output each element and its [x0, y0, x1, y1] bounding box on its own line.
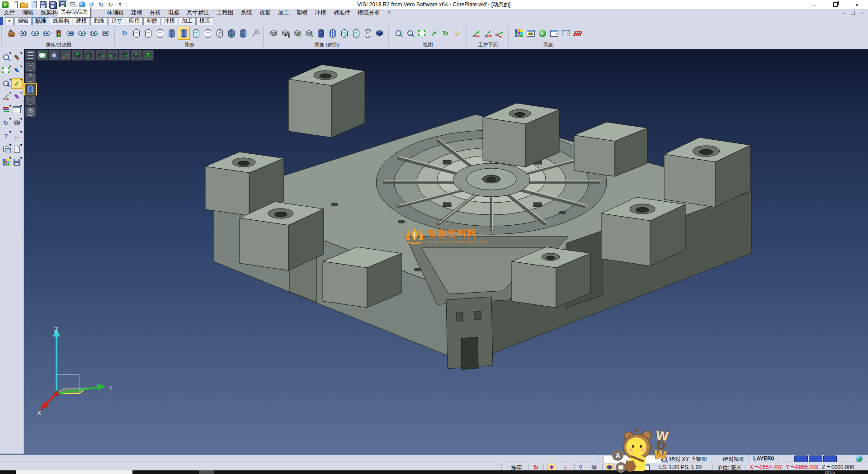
filter-traffic-button[interactable]	[53, 27, 64, 39]
drag-handle[interactable]	[501, 464, 504, 470]
hide-remove-button[interactable]: −	[41, 27, 52, 39]
layer-label[interactable]: LAYER0	[753, 455, 774, 462]
grid-settings-button[interactable]	[572, 27, 583, 39]
rotate-view-button[interactable]: ↻	[440, 27, 451, 39]
menu-body-edit[interactable]: 体编辑	[104, 9, 128, 17]
send-parts-icon[interactable]: →	[590, 464, 598, 470]
attribute-paint-button[interactable]	[6, 27, 17, 39]
zoom-select-button[interactable]	[1, 52, 11, 62]
help-icon[interactable]: ?	[576, 464, 585, 470]
solid-display-button[interactable]	[315, 27, 326, 39]
repeat-command-button[interactable]: ↻	[106, 1, 115, 9]
minimize-button[interactable]: –	[803, 0, 825, 9]
viewport-layout-button[interactable]	[12, 105, 22, 114]
tab-dropdown-button[interactable]: ▾	[5, 17, 14, 25]
system-config-button[interactable]: ×	[537, 27, 548, 39]
menu-window[interactable]: 视窗	[256, 9, 274, 17]
absolute-view-label[interactable]: 绝对视图	[723, 455, 745, 463]
query-button[interactable]: ?	[1, 131, 11, 141]
menu-flow-analysis[interactable]: 模流分析	[354, 9, 384, 17]
taskbar-app-segment[interactable]	[199, 470, 214, 474]
render-wireframe-button[interactable]	[25, 61, 36, 72]
taskbar-search-segment[interactable]	[16, 470, 132, 474]
app-logo-icon[interactable]: V	[1, 1, 9, 9]
zoom-window-button[interactable]	[416, 27, 428, 39]
menu-system[interactable]: 系统	[237, 9, 256, 17]
image-filter-button[interactable]	[280, 27, 291, 39]
zoom-toggle-button[interactable]: ±	[1, 79, 11, 88]
hatch-display-button[interactable]	[362, 27, 373, 39]
menu-help[interactable]: ?	[384, 10, 394, 16]
color-palette-button[interactable]	[513, 27, 524, 39]
ghost-mode-button[interactable]	[202, 27, 213, 39]
doc-minimize-icon[interactable]: –	[843, 10, 845, 15]
render-shaded-button[interactable]	[25, 84, 36, 95]
clipboard-button[interactable]	[12, 144, 22, 154]
menu-edit[interactable]: 编辑	[19, 9, 37, 17]
image-toggle-button[interactable]: ±	[303, 27, 315, 39]
menu-analysis[interactable]: 分析	[146, 9, 165, 17]
quick-save-button[interactable]	[12, 157, 22, 167]
tab-application[interactable]: 应用	[126, 17, 143, 25]
palette-button[interactable]	[1, 157, 11, 167]
ucs-button[interactable]	[1, 92, 11, 101]
layers-button[interactable]	[1, 144, 11, 154]
open-file-button[interactable]	[20, 1, 28, 9]
view-bottom-button[interactable]	[84, 50, 95, 61]
toolbar-options-button[interactable]: ▾	[116, 1, 124, 9]
view-left-button[interactable]	[95, 50, 107, 61]
save-button[interactable]	[39, 1, 47, 9]
doc-restore-icon[interactable]	[851, 11, 855, 15]
solid-cube-button[interactable]	[374, 27, 385, 39]
render-quality-button[interactable]: ↻	[226, 27, 237, 39]
pan-button[interactable]: ↗	[428, 27, 439, 39]
drag-handle[interactable]	[598, 455, 600, 461]
restore-button[interactable]	[825, 0, 846, 9]
zoom-extents-button[interactable]: ↔	[405, 27, 416, 39]
selection-frame-button[interactable]	[1, 66, 11, 75]
menu-dimensioning[interactable]: 尺寸标注	[183, 9, 213, 17]
view-top-button[interactable]	[72, 50, 83, 61]
dashed-hidden-mode-button[interactable]	[154, 27, 165, 39]
tab-flow[interactable]: 模流	[196, 17, 213, 25]
toggle-visibility-button[interactable]: ±	[76, 27, 88, 39]
menu-standard-parts[interactable]: 标准件	[330, 9, 354, 17]
tab-progress[interactable]: 冲模	[161, 17, 178, 25]
hidden-line-mode-button[interactable]	[142, 27, 154, 39]
globe-icon[interactable]	[855, 455, 863, 462]
view-iso-button[interactable]	[142, 50, 154, 61]
insert-file-button[interactable]	[29, 1, 38, 9]
solid-view-button[interactable]	[12, 118, 22, 128]
viewport-3d[interactable]: Z Y X 智造资料网 INTELLIGENT MANUFACTURING DA…	[24, 49, 868, 454]
workplane-entity-button[interactable]	[482, 27, 494, 39]
hatch-mode-button[interactable]	[214, 27, 225, 39]
attributes-button[interactable]	[1, 105, 11, 114]
menu-electrode[interactable]: 电极	[165, 9, 183, 17]
workplane-rotate-button[interactable]	[494, 27, 505, 39]
color-swatch-3[interactable]	[823, 455, 837, 462]
menu-machining[interactable]: 加工	[274, 9, 293, 17]
full-screen-button[interactable]	[37, 50, 48, 61]
confirm-button[interactable]: ✓	[12, 79, 22, 88]
tab-machining[interactable]: 加工	[179, 17, 196, 25]
add-image-button[interactable]: +	[268, 27, 279, 39]
menu-progress[interactable]: 冲模	[311, 9, 330, 17]
menu-modelling[interactable]: 建模	[127, 9, 146, 17]
graphics-settings-button[interactable]	[249, 27, 260, 39]
render-hatch-button[interactable]	[25, 106, 36, 117]
view-back-button[interactable]	[131, 50, 142, 61]
render-hidden-button[interactable]	[25, 72, 36, 83]
redline-icon[interactable]: ↻	[532, 464, 540, 470]
wireframe-mode-button[interactable]	[131, 27, 142, 39]
spline-edit-button[interactable]: ✎	[12, 92, 22, 101]
shaded-mode-button[interactable]	[166, 27, 177, 39]
show-all-button[interactable]: +	[88, 27, 99, 39]
show-add-button[interactable]: +	[29, 27, 41, 39]
image-refresh-button[interactable]: ↻	[292, 27, 303, 39]
refresh-visibility-button[interactable]: ↻	[65, 27, 76, 39]
visibility-report-button[interactable]	[18, 27, 29, 39]
view-cs-button[interactable]	[60, 50, 71, 61]
display-settings-button[interactable]	[525, 27, 536, 39]
color-swatch-2[interactable]	[809, 455, 822, 462]
shaded-edges-mode-button[interactable]	[178, 27, 190, 40]
